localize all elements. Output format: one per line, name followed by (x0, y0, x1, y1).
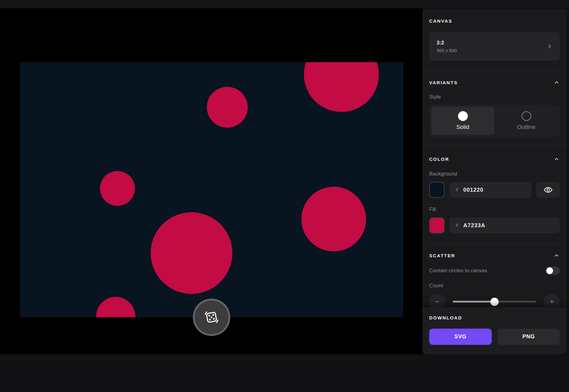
solid-option-label: Solid (456, 124, 469, 130)
randomize-button[interactable] (193, 299, 230, 336)
canvas-section: CANVAS 3:2 900 x 600 (422, 9, 567, 71)
fill-hex-field[interactable]: # (449, 217, 560, 233)
contain-circles-row: Contain circles to canvas (429, 266, 560, 275)
toggle-knob (546, 267, 553, 274)
solid-circle-icon (458, 111, 468, 121)
canvas-workspace (0, 9, 422, 354)
fill-label: Fill (429, 206, 560, 213)
style-label: Style (429, 94, 560, 100)
canvas-size-selector[interactable]: 3:2 900 x 600 (429, 32, 560, 61)
slider-fill (453, 301, 495, 303)
download-svg-button[interactable]: SVG (429, 329, 492, 345)
scatter-circle (100, 171, 135, 206)
scatter-circle (207, 87, 248, 128)
chevron-up-icon (554, 81, 559, 86)
download-section-title: DOWNLOAD (429, 315, 462, 320)
artboard-preview (20, 62, 403, 317)
variants-section-title: VARIANTS (429, 80, 458, 85)
count-label: Count (429, 283, 560, 289)
dice-icon (202, 308, 221, 327)
download-png-button[interactable]: PNG (498, 329, 560, 345)
chevron-right-icon (547, 43, 552, 49)
hash-prefix: # (456, 187, 458, 193)
variants-collapse-button[interactable] (553, 79, 560, 86)
scatter-circle (96, 297, 136, 317)
style-segmented-control: Solid Outline (429, 105, 560, 137)
fill-color-swatch[interactable] (429, 217, 445, 233)
contain-circles-label: Contain circles to canvas (429, 268, 487, 274)
minus-icon: − (435, 298, 439, 305)
canvas-dimensions: 900 x 600 (437, 48, 457, 53)
color-collapse-button[interactable] (553, 156, 560, 162)
chevron-up-icon (554, 158, 559, 163)
outline-option-label: Outline (517, 124, 535, 130)
plus-icon: + (550, 298, 554, 305)
contain-circles-toggle[interactable] (545, 266, 560, 275)
background-label: Background (429, 171, 560, 177)
scatter-section-title: SCATTER (429, 253, 455, 258)
hash-prefix: # (456, 223, 458, 228)
style-option-outline[interactable]: Outline (495, 107, 558, 135)
canvas-section-title: CANVAS (429, 18, 452, 24)
download-section: DOWNLOAD SVG PNG (422, 307, 567, 354)
eye-icon (544, 185, 553, 194)
scatter-circle (304, 62, 379, 112)
settings-sidebar: CANVAS 3:2 900 x 600 VARIANTS (422, 9, 567, 354)
background-visibility-button[interactable] (536, 182, 560, 198)
variants-section: VARIANTS Style Solid Outline (422, 71, 567, 145)
scatter-circle (151, 212, 232, 294)
app-screen: CANVAS 3:2 900 x 600 VARIANTS (0, 0, 569, 392)
background-hex-input[interactable] (463, 187, 525, 194)
fill-hex-input[interactable] (463, 222, 554, 229)
scatter-collapse-button[interactable] (553, 252, 560, 259)
scatter-section: SCATTER Contain circles to canvas Count … (422, 245, 567, 310)
scatter-circle (301, 187, 366, 251)
color-section-title: COLOR (429, 156, 449, 162)
color-section: COLOR Background # (422, 145, 567, 245)
artboard-svg (20, 62, 403, 317)
fill-color-row: # (429, 217, 560, 233)
background-color-swatch[interactable] (429, 182, 445, 198)
chevron-up-icon (554, 254, 559, 259)
background-hex-field[interactable]: # (449, 182, 531, 198)
style-option-solid[interactable]: Solid (431, 107, 494, 135)
background-color-row: # (429, 182, 560, 198)
canvas-ratio: 3:2 (437, 40, 457, 46)
outline-circle-icon (521, 111, 531, 121)
slider-knob[interactable] (491, 298, 499, 306)
top-bar (0, 0, 569, 9)
